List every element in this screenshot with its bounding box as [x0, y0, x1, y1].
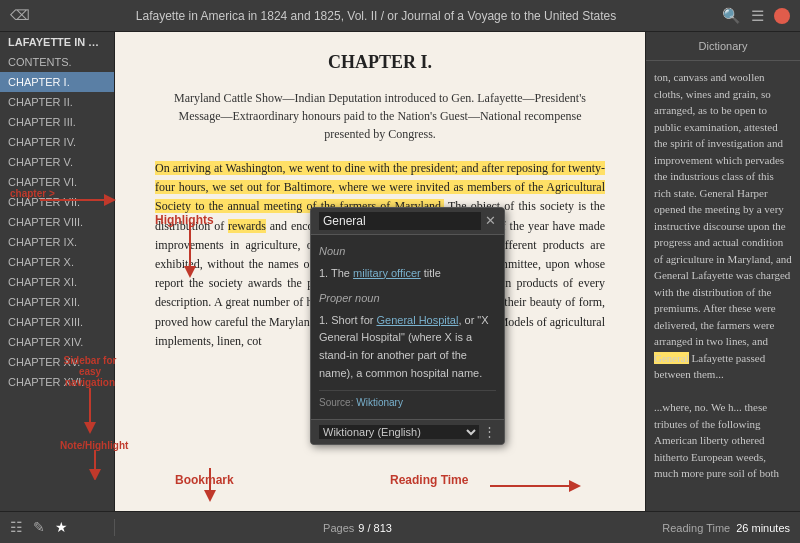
sidebar-item-ch4[interactable]: CHAPTER IV. — [0, 132, 114, 152]
bookmark-icon[interactable]: ★ — [55, 519, 68, 536]
dict-footer: Wiktionary (English) ⋮ — [311, 419, 504, 444]
main-layout: LAFAYETTE IN AMERICA IN 1824 ... CONTENT… — [0, 32, 800, 543]
chapter-title: CHAPTER I. — [155, 52, 605, 73]
sidebar-item-ch16[interactable]: CHAPTER XVI. — [0, 372, 114, 392]
menu-icon[interactable]: ☰ — [751, 7, 764, 25]
dictionary-popup: ✕ Noun 1. The military officer title Pro… — [310, 207, 505, 445]
bottom-bar: ☷ ✎ ★ Pages 9 / 813 Reading Time 26 minu… — [0, 511, 800, 543]
dict-search-input[interactable] — [319, 212, 481, 230]
sidebar-item-ch8[interactable]: CHAPTER VIII. — [0, 212, 114, 232]
dict-more-icon[interactable]: ⋮ — [483, 424, 496, 440]
dict-header: ✕ — [311, 208, 504, 235]
sidebar-item-contents[interactable]: CONTENTS. — [0, 52, 114, 72]
sidebar-item-ch6[interactable]: CHAPTER VI. — [0, 172, 114, 192]
sidebar-item-ch7[interactable]: CHAPTER VII. — [0, 192, 114, 212]
sidebar-item-ch11[interactable]: CHAPTER XI. — [0, 272, 114, 292]
dict-def-1: 1. The military officer title — [319, 265, 496, 283]
book-content: CHAPTER I. Maryland Cattle Show—Indian D… — [115, 32, 645, 543]
reading-time-value: 26 minutes — [736, 522, 790, 534]
military-officer-link[interactable]: military officer — [353, 267, 421, 279]
wiktionary-link[interactable]: Wiktionary — [356, 397, 403, 408]
bottom-left-icons: ☷ ✎ ★ — [0, 519, 115, 536]
dict-close-icon[interactable]: ✕ — [485, 213, 496, 229]
sidebar-item-ch15[interactable]: CHAPTER XV. — [0, 352, 114, 372]
pages-label: Pages — [323, 522, 354, 534]
right-panel-text: ton, canvass and woollen cloths, wines a… — [646, 61, 800, 543]
dictionary-panel-label: Dictionary — [646, 32, 800, 61]
sidebar-item-ch1[interactable]: CHAPTER I. — [0, 72, 114, 92]
sidebar-item-ch3[interactable]: CHAPTER III. — [0, 112, 114, 132]
sidebar-item-ch10[interactable]: CHAPTER X. — [0, 252, 114, 272]
bottom-right: Reading Time 26 minutes — [600, 522, 800, 534]
sidebar-item-ch14[interactable]: CHAPTER XIV. — [0, 332, 114, 352]
chapter-sidebar: LAFAYETTE IN AMERICA IN 1824 ... CONTENT… — [0, 32, 115, 543]
sidebar-item-ch12[interactable]: CHAPTER XII. — [0, 292, 114, 312]
toc-icon[interactable]: ☷ — [10, 519, 23, 536]
sidebar-item-header[interactable]: LAFAYETTE IN AMERICA IN 1824 ... — [0, 32, 114, 52]
search-icon[interactable]: 🔍 — [722, 7, 741, 25]
dict-noun-label: Noun — [319, 243, 496, 261]
pages-current: 9 / 813 — [358, 522, 392, 534]
dict-language-select[interactable]: Wiktionary (English) — [319, 425, 479, 439]
sidebar-item-ch13[interactable]: CHAPTER XIII. — [0, 312, 114, 332]
edit-icon[interactable]: ✎ — [33, 519, 45, 536]
titlebar-left: ⌫ — [10, 7, 30, 24]
titlebar: ⌫ Lafayette in America in 1824 and 1825,… — [0, 0, 800, 32]
sidebar-item-ch9[interactable]: CHAPTER IX. — [0, 232, 114, 252]
dict-def-2: 1. Short for General Hospital, or "X Gen… — [319, 312, 496, 382]
reading-time-label: Reading Time — [662, 522, 730, 534]
bottom-center: Pages 9 / 813 — [115, 522, 600, 534]
sidebar-item-ch2[interactable]: CHAPTER II. — [0, 92, 114, 112]
dict-source: Source: Wiktionary — [319, 390, 496, 411]
dict-proper-noun-label: Proper noun — [319, 290, 496, 308]
book-title: Lafayette in America in 1824 and 1825, V… — [30, 9, 722, 23]
sidebar-item-ch5[interactable]: CHAPTER V. — [0, 152, 114, 172]
right-panel: Dictionary ton, canvass and woollen clot… — [645, 32, 800, 543]
close-button[interactable] — [774, 8, 790, 24]
dict-body: Noun 1. The military officer title Prope… — [311, 235, 504, 419]
chapter-subtitle: Maryland Cattle Show—Indian Deputation i… — [155, 89, 605, 143]
sidebar-toggle-icon[interactable]: ⌫ — [10, 7, 30, 24]
general-hospital-link[interactable]: General Hospital — [376, 314, 458, 326]
titlebar-right: 🔍 ☰ — [722, 7, 790, 25]
